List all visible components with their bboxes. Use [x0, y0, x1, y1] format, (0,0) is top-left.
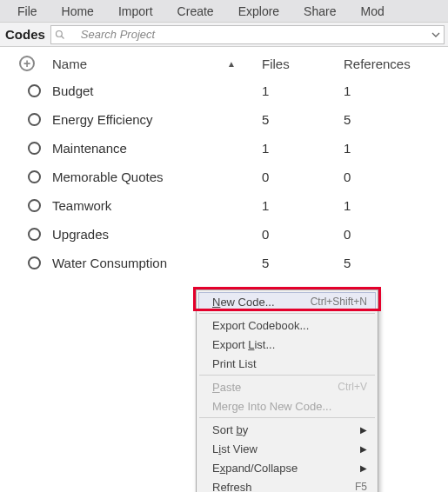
circle-icon: [28, 113, 41, 126]
plus-icon: +: [19, 56, 35, 71]
separator: [199, 375, 375, 376]
svg-point-0: [56, 30, 62, 37]
col-header-files[interactable]: Files: [262, 57, 344, 71]
shortcut-label: F5: [355, 481, 367, 492]
code-row[interactable]: Upgrades 0 0: [14, 220, 445, 249]
toolbar: Codes: [0, 23, 448, 47]
code-name: Budget: [52, 83, 262, 98]
circle-icon: [28, 84, 41, 97]
menu-import[interactable]: Import: [106, 2, 165, 21]
chevron-down-icon[interactable]: [431, 30, 440, 39]
submenu-arrow-icon: ▶: [360, 444, 367, 454]
code-files: 1: [262, 141, 344, 156]
context-menu: New Code... Ctrl+Shift+N Export Codebook…: [196, 289, 378, 492]
menu-file[interactable]: File: [5, 2, 50, 21]
circle-icon: [28, 199, 41, 212]
context-export-codebook[interactable]: Export Codebook...: [198, 316, 376, 335]
submenu-arrow-icon: ▶: [360, 463, 367, 473]
shortcut-label: Ctrl+V: [338, 381, 367, 393]
separator: [199, 417, 375, 418]
code-name: Upgrades: [52, 227, 262, 242]
code-refs: 5: [344, 112, 445, 127]
menu-create[interactable]: Create: [165, 2, 226, 21]
context-list-view[interactable]: List View ▶: [198, 439, 376, 458]
context-merge: Merge Into New Code...: [198, 396, 376, 416]
context-export-list[interactable]: Export List...: [198, 335, 376, 354]
context-sort-by[interactable]: Sort by ▶: [198, 420, 376, 439]
separator: [199, 313, 375, 314]
circle-icon: [28, 170, 41, 183]
code-files: 1: [262, 198, 344, 213]
code-row[interactable]: Budget 1 1: [14, 76, 445, 105]
shortcut-label: Ctrl+Shift+N: [311, 296, 367, 308]
code-refs: 1: [344, 198, 445, 213]
menu-home[interactable]: Home: [50, 2, 106, 21]
context-expand-collapse[interactable]: Expand/Collapse ▶: [198, 458, 376, 477]
context-paste: Paste Ctrl+V: [198, 377, 376, 396]
circle-icon: [28, 142, 41, 155]
code-row[interactable]: Maintenance 1 1: [14, 134, 445, 163]
code-files: 0: [262, 170, 344, 184]
code-refs: 5: [344, 256, 445, 270]
svg-line-1: [61, 36, 64, 38]
code-refs: 1: [344, 83, 445, 98]
add-code-button[interactable]: +: [14, 56, 52, 71]
codes-list: + Name ▲ Files References Budget 1 1 Ene…: [0, 47, 448, 277]
search-field[interactable]: [50, 25, 445, 44]
search-input[interactable]: [70, 28, 431, 41]
menu-explore[interactable]: Explore: [226, 2, 291, 21]
menu-modules[interactable]: Mod: [348, 2, 396, 21]
code-refs: 0: [344, 170, 445, 184]
code-row[interactable]: Memorable Quotes 0 0: [14, 163, 445, 191]
col-header-references[interactable]: References: [344, 57, 445, 71]
context-print-list[interactable]: Print List: [198, 354, 376, 373]
code-files: 5: [262, 112, 344, 127]
col-header-name[interactable]: Name ▲: [52, 57, 262, 71]
code-row[interactable]: Water Consumption 5 5: [14, 249, 445, 277]
code-name: Maintenance: [52, 141, 262, 156]
code-name: Teamwork: [52, 198, 262, 213]
code-files: 0: [262, 227, 344, 242]
search-icon: [55, 30, 65, 40]
panel-title: Codes: [0, 27, 49, 42]
sort-asc-icon: ▲: [227, 59, 236, 69]
column-headers: + Name ▲ Files References: [14, 56, 445, 76]
code-refs: 1: [344, 141, 445, 156]
circle-icon: [28, 256, 41, 269]
code-name: Memorable Quotes: [52, 170, 262, 184]
code-name: Water Consumption: [52, 256, 262, 270]
submenu-arrow-icon: ▶: [360, 425, 367, 435]
circle-icon: [28, 228, 41, 241]
code-files: 5: [262, 256, 344, 270]
context-new-code[interactable]: New Code... Ctrl+Shift+N: [198, 292, 376, 311]
menu-share[interactable]: Share: [291, 2, 348, 21]
context-refresh[interactable]: Refresh F5: [198, 477, 376, 492]
code-row[interactable]: Teamwork 1 1: [14, 191, 445, 220]
code-files: 1: [262, 83, 344, 98]
menubar: File Home Import Create Explore Share Mo…: [0, 0, 448, 23]
code-refs: 0: [344, 227, 445, 242]
code-row[interactable]: Energy Efficiency 5 5: [14, 105, 445, 134]
code-name: Energy Efficiency: [52, 112, 262, 127]
